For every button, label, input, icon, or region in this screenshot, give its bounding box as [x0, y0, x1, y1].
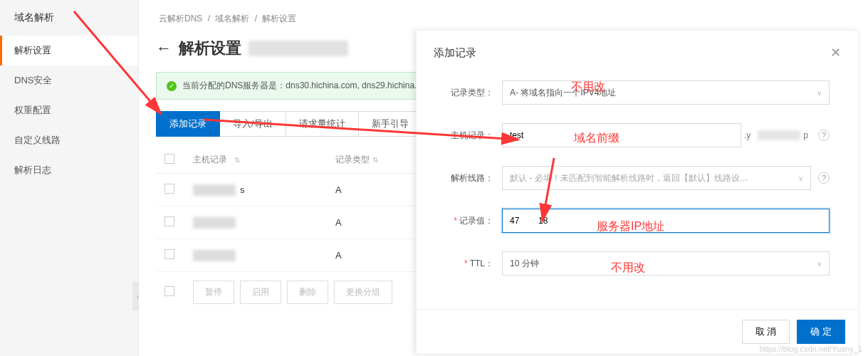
breadcrumb-b[interactable]: 域名解析 — [215, 14, 249, 23]
chevron-down-icon: ∨ — [817, 260, 822, 268]
add-record-modal: 添加记录 ✕ 记录类型： A- 将域名指向一个IPV4地址 ∨ 主机记录： .y… — [416, 30, 859, 355]
enable-button[interactable]: 启用 — [240, 281, 281, 304]
breadcrumb-a[interactable]: 云解析DNS — [159, 14, 202, 23]
sort-icon[interactable]: ⇅ — [234, 156, 240, 164]
sidebar-item-dns-security[interactable]: DNS安全 — [0, 66, 138, 95]
domain-suffix-end: p — [803, 130, 808, 140]
check-circle-icon: ✓ — [167, 81, 177, 91]
field-line: 解析线路： 默认 - 必填！未匹配到智能解析线路时，返回【默认】线路设… ∨ ? — [431, 166, 830, 190]
change-group-button[interactable]: 更换分组 — [334, 281, 392, 304]
label-record-type: 记录类型： — [431, 87, 502, 99]
label-record-value: *记录值： — [431, 215, 502, 227]
sidebar-item-resolve-settings[interactable]: 解析设置 — [0, 36, 138, 66]
sidebar-item-log[interactable]: 解析日志 — [0, 155, 138, 185]
modal-body: 记录类型： A- 将域名指向一个IPV4地址 ∨ 主机记录： .y p ? 解析… — [417, 73, 858, 298]
back-arrow-icon[interactable]: ← — [156, 39, 172, 58]
banner-text: 当前分配的DNS服务器是：dns30.hichina.com, dns29.hi… — [182, 80, 433, 92]
row-checkbox[interactable] — [164, 216, 174, 226]
breadcrumb: 云解析DNS / 域名解析 / 解析设置 — [156, 13, 851, 25]
label-ttl: *TTL： — [431, 258, 502, 270]
field-ttl: *TTL： 10 分钟 ∨ — [431, 251, 830, 276]
domain-suffix-blurred — [758, 130, 800, 140]
add-record-button[interactable]: 添加记录 — [156, 111, 220, 137]
label-line: 解析线路： — [431, 172, 502, 184]
label-host: 主机记录： — [431, 130, 502, 142]
host-input[interactable] — [502, 123, 741, 147]
record-value-input[interactable] — [502, 209, 830, 233]
host-input-field[interactable] — [510, 130, 733, 140]
close-icon[interactable]: ✕ — [830, 45, 841, 61]
record-value-field[interactable] — [510, 216, 822, 226]
guide-button[interactable]: 新手引导 — [359, 111, 422, 137]
record-type-select[interactable]: A- 将域名指向一个IPV4地址 ∨ — [502, 80, 830, 105]
host-blurred — [193, 184, 236, 196]
sort-icon[interactable]: ⇅ — [372, 156, 378, 164]
cancel-button[interactable]: 取 消 — [742, 320, 790, 344]
sidebar-item-custom-line[interactable]: 自定义线路 — [0, 125, 138, 155]
chevron-down-icon: ∨ — [817, 89, 822, 97]
cell-type: A — [335, 217, 407, 228]
delete-button[interactable]: 删除 — [287, 281, 328, 304]
help-icon[interactable]: ? — [818, 172, 830, 184]
sidebar: 域名解析 解析设置 DNS安全 权重配置 自定义线路 解析日志 ‹ — [0, 0, 139, 356]
cell-type: A — [335, 250, 407, 261]
field-record-type: 记录类型： A- 将域名指向一个IPV4地址 ∨ — [431, 80, 830, 105]
th-type: 记录类型 — [335, 155, 370, 164]
sidebar-title: 域名解析 — [0, 0, 138, 36]
field-record-value: *记录值： — [431, 209, 830, 233]
select-all-checkbox[interactable] — [164, 154, 174, 164]
ttl-select[interactable]: 10 分钟 ∨ — [502, 251, 830, 276]
host-blurred — [193, 250, 236, 261]
pause-button[interactable]: 暂停 — [193, 281, 234, 304]
help-icon[interactable]: ? — [818, 130, 830, 141]
request-stats-button[interactable]: 请求量统计 — [286, 111, 359, 137]
ok-button[interactable]: 确 定 — [797, 320, 845, 344]
watermark: https://blog.csdn.net/Yuany_1 — [760, 345, 862, 353]
domain-suffix-prefix: .y — [744, 130, 751, 140]
modal-title: 添加记录 — [434, 46, 476, 60]
page-title: 解析设置 — [179, 38, 241, 59]
cell-type: A — [335, 184, 407, 195]
host-blurred — [193, 217, 236, 229]
th-host: 主机记录 — [193, 154, 227, 166]
chevron-down-icon: ∨ — [798, 174, 803, 182]
line-select[interactable]: 默认 - 必填！未匹配到智能解析线路时，返回【默认】线路设… ∨ — [502, 166, 811, 190]
row-checkbox[interactable] — [164, 184, 174, 194]
sidebar-item-weight[interactable]: 权重配置 — [0, 95, 138, 125]
field-host: 主机记录： .y p ? — [431, 123, 830, 147]
page-domain-blurred — [249, 41, 348, 56]
breadcrumb-c: 解析设置 — [262, 14, 296, 23]
import-export-button[interactable]: 导入/导出 — [220, 111, 286, 137]
bulk-checkbox[interactable] — [164, 286, 174, 296]
row-checkbox[interactable] — [164, 249, 174, 259]
modal-header: 添加记录 ✕ — [417, 31, 858, 73]
